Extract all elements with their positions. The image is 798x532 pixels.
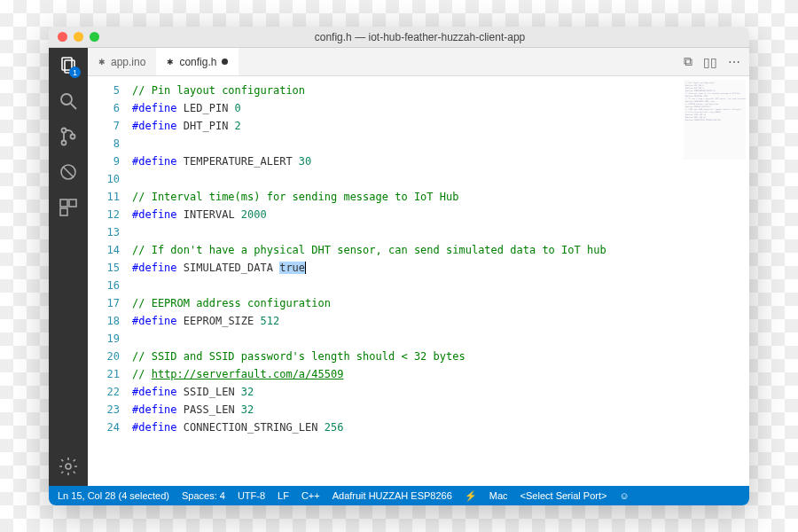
svg-point-2 <box>61 94 72 105</box>
code-line <box>132 135 749 153</box>
open-preview-icon[interactable]: ⧉ <box>684 54 692 69</box>
search-icon[interactable] <box>58 90 79 112</box>
line-number: 22 <box>88 383 120 401</box>
modified-dot-icon <box>222 59 228 65</box>
svg-point-6 <box>71 135 75 139</box>
close-button[interactable] <box>58 32 67 42</box>
line-number: 9 <box>88 153 120 170</box>
minimize-button[interactable] <box>74 32 83 42</box>
code-line: #define SIMULATED_DATA true <box>132 259 749 277</box>
activity-bar: 1 <box>49 48 88 486</box>
extensions-icon[interactable] <box>58 197 79 218</box>
line-number: 23 <box>88 401 120 419</box>
code-line <box>132 330 749 348</box>
svg-rect-9 <box>60 200 67 207</box>
line-number: 20 <box>88 348 120 365</box>
svg-point-5 <box>62 141 66 145</box>
line-number: 11 <box>88 188 120 206</box>
tab-app-ino[interactable]: ✱app.ino <box>88 48 156 75</box>
split-editor-icon[interactable]: ▯▯ <box>703 55 717 69</box>
code-line: // EEPROM address configuration <box>132 294 749 312</box>
tab-label: app.ino <box>111 56 145 68</box>
svg-line-8 <box>63 167 74 177</box>
titlebar: config.h — iot-hub-feather-huzzah-client… <box>49 27 749 48</box>
status-language[interactable]: C++ <box>301 490 320 501</box>
code-line: #define SSID_LEN 32 <box>132 383 749 401</box>
editor-actions: ⧉ ▯▯ ⋯ <box>684 48 749 75</box>
line-number: 15 <box>88 259 120 277</box>
line-number: 16 <box>88 277 120 294</box>
explorer-icon[interactable]: 1 <box>58 55 79 76</box>
status-spaces[interactable]: Spaces: 4 <box>182 490 225 501</box>
minimap[interactable]: // Pin layout configuration#define LED_P… <box>684 80 746 160</box>
tab-label: config.h <box>179 56 216 68</box>
explorer-badge: 1 <box>69 66 81 78</box>
code-line: // http://serverfault.com/a/45509 <box>132 365 749 383</box>
code-line: // Interval time(ms) for sending message… <box>132 188 749 206</box>
code-line: // Pin layout configuration <box>132 82 749 99</box>
line-number: 21 <box>88 365 120 383</box>
window-body: 1 ✱app.ino✱config.h ⧉ <box>49 48 749 486</box>
line-number: 5 <box>88 82 120 99</box>
line-number: 7 <box>88 117 120 135</box>
app-window: config.h — iot-hub-feather-huzzah-client… <box>49 27 749 505</box>
code-line <box>132 170 749 188</box>
line-number: 19 <box>88 330 120 348</box>
line-number: 14 <box>88 241 120 259</box>
line-number: 18 <box>88 312 120 330</box>
tab-config-h[interactable]: ✱config.h <box>156 48 239 75</box>
status-board[interactable]: Adafruit HUZZAH ESP8266 <box>332 490 452 501</box>
code-line: #define DHT_PIN 2 <box>132 117 749 135</box>
feedback-smiley-icon[interactable]: ☺ <box>619 490 629 501</box>
status-serial[interactable]: <Select Serial Port> <box>520 490 607 501</box>
more-actions-icon[interactable]: ⋯ <box>728 55 740 69</box>
line-number: 13 <box>88 223 120 241</box>
source-control-icon[interactable] <box>58 126 79 147</box>
svg-point-4 <box>62 129 66 133</box>
status-platform[interactable]: Mac <box>489 490 508 501</box>
plug-icon[interactable]: ⚡ <box>465 490 477 502</box>
code-line: // If don't have a physical DHT sensor, … <box>132 241 749 259</box>
code-line: #define EEPROM_SIZE 512 <box>132 312 749 330</box>
code-line: #define INTERVAL 2000 <box>132 206 749 223</box>
svg-rect-10 <box>69 200 76 207</box>
line-number: 6 <box>88 99 120 117</box>
window-title: config.h — iot-hub-feather-huzzah-client… <box>99 31 740 43</box>
line-number: 24 <box>88 419 120 436</box>
code-line <box>132 277 749 294</box>
line-number: 8 <box>88 135 120 153</box>
line-number: 17 <box>88 294 120 312</box>
svg-line-3 <box>71 104 76 109</box>
settings-gear-icon[interactable] <box>58 456 79 477</box>
code-line: #define LED_PIN 0 <box>132 99 749 117</box>
code-line: // SSID and SSID password's length shoul… <box>132 348 749 365</box>
code-editor[interactable]: 56789101112131415161718192021222324 // P… <box>88 76 749 486</box>
traffic-lights <box>58 32 99 42</box>
line-gutter: 56789101112131415161718192021222324 <box>88 76 132 486</box>
code-content[interactable]: // Pin layout configuration#define LED_P… <box>132 76 749 486</box>
svg-point-12 <box>66 464 71 469</box>
code-line: #define CONNECTION_STRING_LEN 256 <box>132 419 749 436</box>
status-eol[interactable]: LF <box>278 490 289 501</box>
editor-group: ✱app.ino✱config.h ⧉ ▯▯ ⋯ 567891011121314… <box>88 48 749 486</box>
code-line <box>132 223 749 241</box>
line-number: 10 <box>88 170 120 188</box>
svg-rect-11 <box>60 208 67 215</box>
code-line: #define TEMPERATURE_ALERT 30 <box>132 153 749 170</box>
status-bar: Ln 15, Col 28 (4 selected) Spaces: 4 UTF… <box>49 486 749 505</box>
line-number: 12 <box>88 206 120 223</box>
tab-bar: ✱app.ino✱config.h ⧉ ▯▯ ⋯ <box>88 48 749 76</box>
debug-icon[interactable] <box>58 161 79 183</box>
maximize-button[interactable] <box>90 32 99 42</box>
status-encoding[interactable]: UTF-8 <box>238 490 265 501</box>
code-line: #define PASS_LEN 32 <box>132 401 749 419</box>
status-cursor[interactable]: Ln 15, Col 28 (4 selected) <box>58 490 169 501</box>
